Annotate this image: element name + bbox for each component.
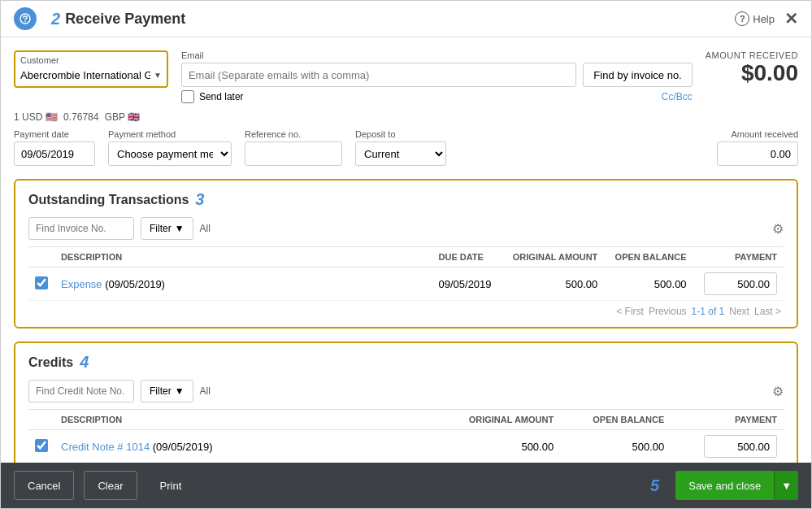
table-row: Expense (09/05/2019) 09/05/2019 500.00 5… xyxy=(28,268,784,301)
reference-input[interactable] xyxy=(245,141,342,166)
last-btn[interactable]: Last > xyxy=(754,306,781,317)
customer-input[interactable] xyxy=(20,67,150,83)
credit-filter-label: Filter xyxy=(150,385,172,397)
pagination-row: < First Previous 1-1 of 1 Next Last > xyxy=(28,306,784,317)
help-button[interactable]: ? Help xyxy=(735,11,775,26)
cancel-button[interactable]: Cancel xyxy=(14,471,74,500)
save-close-dropdown-button[interactable]: ▼ xyxy=(774,471,798,500)
find-invoice-button[interactable]: Find by invoice no. xyxy=(583,63,692,87)
filter-dropdown-arrow: ▼ xyxy=(175,223,185,234)
amount-received-input-label: Amount received xyxy=(717,129,798,139)
cc-bcc-link[interactable]: Cc/Bcc xyxy=(662,91,693,102)
filter-all-label: All xyxy=(200,223,211,234)
due-date-cell: 09/05/2019 xyxy=(432,268,502,301)
amount-received-input[interactable] xyxy=(717,141,798,166)
amount-received-label: AMOUNT RECEIVED xyxy=(706,50,798,60)
save-close-button[interactable]: Save and close xyxy=(675,471,774,500)
credits-col-checkbox xyxy=(28,410,54,430)
customer-dropdown-arrow[interactable]: ▼ xyxy=(154,71,162,80)
deposit-to-select[interactable]: Current Savings Petty Cash xyxy=(356,142,445,165)
credits-table-row: Credit Note # 1014 (09/05/2019) 500.00 5… xyxy=(28,430,784,463)
print-button[interactable]: Print xyxy=(147,471,195,500)
gear-icon[interactable]: ⚙ xyxy=(772,221,784,237)
exchange-rate-gbp: GBP xyxy=(105,111,125,123)
credit-note-link[interactable]: Credit Note # 1014 xyxy=(61,441,150,453)
outstanding-transactions-title: Outstanding Transactions xyxy=(28,193,189,207)
credits-row-checkbox[interactable] xyxy=(35,439,48,452)
help-icon: ? xyxy=(735,11,749,26)
email-label: Email xyxy=(181,50,693,60)
credit-filter-button[interactable]: Filter ▼ xyxy=(141,380,193,402)
gbp-flag: 🇬🇧 xyxy=(128,111,140,123)
col-description: DESCRIPTION xyxy=(54,247,432,268)
outstanding-transactions-table: DESCRIPTION DUE DATE ORIGINAL AMOUNT OPE… xyxy=(28,246,784,301)
credit-filter-arrow: ▼ xyxy=(175,385,185,397)
credits-col-description: DESCRIPTION xyxy=(54,410,432,430)
payment-method-select[interactable]: Choose payment method Check Cash Credit … xyxy=(109,142,231,165)
expense-date: (09/05/2019) xyxy=(105,278,165,290)
credits-col-payment: PAYMENT xyxy=(671,410,784,430)
step5-badge: 5 xyxy=(650,476,659,495)
col-payment: PAYMENT xyxy=(693,247,784,268)
credits-col-original-amount: ORIGINAL AMOUNT xyxy=(432,410,561,430)
expense-link[interactable]: Expense xyxy=(61,278,102,290)
usd-flag: 🇺🇸 xyxy=(46,111,58,123)
customer-field-group: Customer ▼ xyxy=(14,50,168,88)
clear-button[interactable]: Clear xyxy=(84,471,137,500)
send-later-checkbox[interactable] xyxy=(181,90,194,103)
previous-btn[interactable]: Previous xyxy=(649,306,687,317)
amount-received-display: AMOUNT RECEIVED $0.00 xyxy=(706,50,798,86)
invoice-filter-button[interactable]: Filter ▼ xyxy=(141,217,193,240)
reference-label: Reference no. xyxy=(245,129,342,139)
credit-filter-input[interactable] xyxy=(28,380,134,402)
credits-payment-input[interactable] xyxy=(704,435,777,458)
payment-date-label: Payment date xyxy=(14,129,95,139)
invoice-filter-input[interactable] xyxy=(28,217,134,240)
save-close-wrap: Save and close ▼ xyxy=(675,471,798,500)
close-button[interactable]: ✕ xyxy=(784,9,798,28)
exchange-rate-usd: 1 USD xyxy=(14,111,42,123)
outstanding-transactions-section: Outstanding Transactions 3 Filter ▼ All … xyxy=(14,179,798,328)
exchange-rate-row: 1 USD 🇺🇸 0.76784 GBP 🇬🇧 xyxy=(14,111,798,123)
col-checkbox xyxy=(28,247,54,268)
step4-badge: 4 xyxy=(80,353,89,372)
filter-label: Filter xyxy=(150,223,172,234)
modal-footer: Cancel Clear Print 5 Save and close ▼ xyxy=(1,463,811,508)
col-open-balance: OPEN BALANCE xyxy=(604,247,693,268)
credit-filter-all-label: All xyxy=(200,385,211,397)
col-original-amount: ORIGINAL AMOUNT xyxy=(502,247,605,268)
next-btn[interactable]: Next xyxy=(729,306,749,317)
credits-section: Credits 4 Filter ▼ All ⚙ DESCRIPTION ORI… xyxy=(14,342,798,463)
payment-date-group: Payment date xyxy=(14,129,95,166)
credit-note-date: (09/05/2019) xyxy=(153,441,213,453)
payment-method-group: Payment method Choose payment method Che… xyxy=(108,129,232,166)
deposit-to-label: Deposit to xyxy=(355,129,446,139)
first-btn[interactable]: < First xyxy=(616,306,644,317)
row-checkbox[interactable] xyxy=(35,276,48,289)
credits-table: DESCRIPTION ORIGINAL AMOUNT OPEN BALANCE… xyxy=(28,409,784,463)
credits-gear-icon[interactable]: ⚙ xyxy=(772,384,784,399)
customer-label: Customer xyxy=(20,55,162,65)
page-title: Receive Payment xyxy=(65,11,735,28)
credits-title: Credits xyxy=(28,355,73,370)
payment-input[interactable] xyxy=(704,272,777,295)
payment-method-label: Payment method xyxy=(108,129,232,139)
col-due-date: DUE DATE xyxy=(432,247,502,268)
email-field-group: Email Find by invoice no. Send later Cc/… xyxy=(181,50,693,103)
reference-no-group: Reference no. xyxy=(245,129,342,166)
step2-badge: 2 xyxy=(51,10,60,28)
credits-col-open-balance: OPEN BALANCE xyxy=(560,410,671,430)
exchange-rate-value: 0.76784 xyxy=(63,111,98,123)
pagination-range: 1-1 of 1 xyxy=(692,306,725,317)
credits-open-balance-cell: 500.00 xyxy=(560,430,671,463)
help-label: Help xyxy=(753,13,775,25)
email-input[interactable] xyxy=(181,63,576,87)
step3-badge: 3 xyxy=(195,190,204,209)
svg-point-1 xyxy=(24,21,26,23)
payment-date-input[interactable] xyxy=(14,141,95,166)
header-icon xyxy=(14,7,37,30)
credits-original-amount-cell: 500.00 xyxy=(432,430,561,463)
deposit-to-group: Deposit to Current Savings Petty Cash xyxy=(355,129,446,166)
amount-received-value: $0.00 xyxy=(706,60,798,86)
original-amount-cell: 500.00 xyxy=(502,268,605,301)
